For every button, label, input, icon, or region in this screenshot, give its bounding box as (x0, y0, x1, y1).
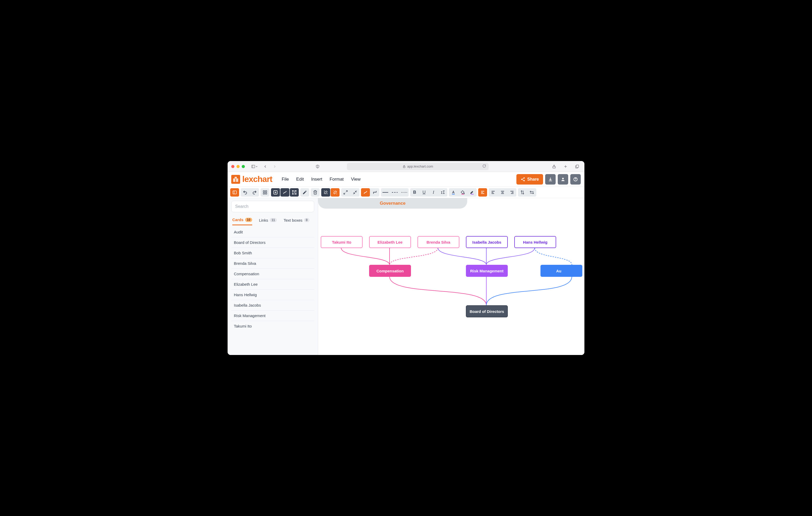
node-brenda[interactable]: Brenda Silva (417, 236, 459, 248)
add-link-button[interactable] (281, 188, 289, 196)
undo-button[interactable] (241, 188, 250, 196)
bold-button[interactable]: B (410, 188, 419, 196)
share-button[interactable]: Share (516, 174, 543, 185)
edit-mode-button[interactable] (300, 188, 309, 196)
svg-rect-26 (263, 193, 264, 194)
svg-rect-12 (236, 180, 238, 181)
magic-wand-button[interactable] (321, 188, 330, 196)
underline-button[interactable]: U (419, 188, 429, 196)
font-size-button[interactable] (438, 188, 447, 196)
list-item[interactable]: Elizabeth Lee (231, 279, 314, 290)
node-hans[interactable]: Hans Hellwig (514, 236, 556, 248)
delete-button[interactable] (311, 188, 320, 196)
list-item[interactable]: Board of Directors (231, 237, 314, 248)
help-button[interactable] (570, 174, 581, 185)
align-left-active-button[interactable] (478, 188, 487, 196)
list-item[interactable]: Compensation (231, 269, 314, 279)
node-board[interactable]: Board of Directors (466, 305, 508, 317)
menu-format[interactable]: Format (329, 177, 344, 182)
line-dashed-button[interactable] (390, 188, 399, 196)
zoom-window-button[interactable] (242, 165, 245, 168)
svg-line-17 (522, 180, 523, 180)
tab-textboxes-label: Text boxes (284, 218, 302, 222)
collapse-button[interactable] (351, 188, 359, 196)
menu-view[interactable]: View (351, 177, 361, 182)
menu-file[interactable]: File (282, 177, 289, 182)
minimize-window-button[interactable] (236, 165, 240, 168)
tab-textboxes[interactable]: Text boxes 0 (284, 217, 309, 225)
svg-point-34 (292, 193, 293, 194)
panel-toggle-button[interactable] (230, 188, 239, 196)
browser-chrome: app.lexchart.com (228, 161, 584, 172)
close-window-button[interactable] (231, 165, 234, 168)
logo-mark-icon (231, 175, 240, 184)
border-color-button[interactable] (468, 188, 476, 196)
share-sheet-button[interactable] (550, 163, 558, 170)
app-logo[interactable]: lexchart (231, 174, 272, 184)
connector-elbow-button[interactable] (370, 188, 379, 196)
forward-button[interactable] (271, 163, 278, 170)
new-tab-button[interactable] (562, 163, 569, 170)
svg-point-15 (523, 180, 525, 181)
redo-button[interactable] (250, 188, 259, 196)
url-bar[interactable]: app.lexchart.com (347, 163, 489, 170)
canvas[interactable]: Governance Takumi Ito Elizabeth Lee (318, 198, 584, 355)
url-host: app.lexchart.com (407, 164, 433, 168)
fill-color-button[interactable] (458, 188, 467, 196)
node-compensation[interactable]: Compensation (369, 265, 411, 277)
list-item[interactable]: Isabella Jacobs (231, 300, 314, 310)
line-dotted-button[interactable] (400, 188, 409, 196)
menu-insert[interactable]: Insert (311, 177, 322, 182)
tabs-overview-button[interactable] (573, 163, 581, 170)
account-button[interactable] (558, 174, 568, 185)
menu-edit[interactable]: Edit (296, 177, 304, 182)
sidebar-toggle-button[interactable] (250, 163, 260, 170)
node-audit[interactable]: Au (541, 265, 582, 277)
node-takumi[interactable]: Takumi Ito (321, 236, 362, 248)
sidebar-tabs: Cards 10 Links 11 Text boxes 0 (230, 215, 316, 225)
svg-rect-8 (235, 177, 236, 178)
svg-point-32 (292, 190, 293, 191)
svg-rect-0 (252, 165, 255, 168)
svg-point-35 (296, 193, 296, 194)
align-right-button[interactable] (508, 188, 516, 196)
svg-point-19 (562, 178, 564, 179)
list-item[interactable]: Hans Hellwig (231, 290, 314, 300)
download-icon (548, 177, 553, 182)
tab-cards[interactable]: Cards 10 (232, 217, 252, 225)
flip-vertical-button[interactable] (518, 188, 527, 196)
list-item[interactable]: Audit (231, 227, 314, 237)
list-item[interactable]: Brenda Silva (231, 258, 314, 269)
search-input[interactable] (231, 201, 314, 212)
svg-rect-3 (403, 166, 405, 168)
svg-point-13 (523, 177, 525, 179)
node-risk[interactable]: Risk Management (466, 265, 508, 277)
italic-button[interactable]: I (429, 188, 438, 196)
add-card-button[interactable] (271, 188, 280, 196)
list-item[interactable]: Takumi Ito (231, 321, 314, 331)
list-item[interactable]: Bob Smith (231, 248, 314, 258)
tab-links[interactable]: Links 11 (259, 217, 277, 225)
line-solid-button[interactable] (381, 188, 390, 196)
user-icon (560, 177, 565, 182)
auto-layout-button[interactable] (331, 188, 340, 196)
text-color-button[interactable] (449, 188, 458, 196)
align-center-button[interactable] (498, 188, 507, 196)
svg-rect-11 (234, 180, 235, 181)
svg-point-14 (521, 179, 522, 180)
expand-button[interactable] (341, 188, 350, 196)
download-button[interactable] (545, 174, 556, 185)
align-left-button[interactable] (489, 188, 498, 196)
back-button[interactable] (262, 163, 269, 170)
flip-horizontal-button[interactable] (527, 188, 536, 196)
privacy-shield-button[interactable] (314, 163, 321, 170)
grid-button[interactable] (261, 188, 269, 196)
window-controls (231, 165, 248, 168)
refresh-button[interactable] (483, 164, 486, 169)
add-text-button[interactable] (290, 188, 299, 196)
connector-curve-button[interactable] (361, 188, 370, 196)
node-isabella[interactable]: Isabella Jacobs (466, 236, 508, 248)
node-elizabeth[interactable]: Elizabeth Lee (369, 236, 411, 248)
svg-line-39 (344, 193, 345, 194)
list-item[interactable]: Risk Management (231, 310, 314, 321)
